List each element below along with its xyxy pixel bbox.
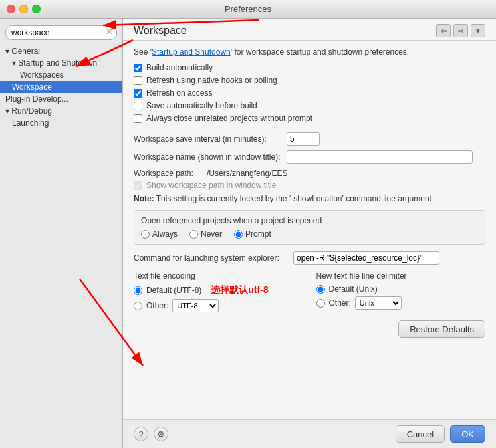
save-before-build-row: Save automatically before build [134,101,485,110]
sidebar: ✕ ▾ General ▾ Startup and Shutdown Works… [0,19,123,448]
page-title: Workspace [134,25,187,37]
sidebar-item-startup[interactable]: ▾ Startup and Shutdown [0,57,122,69]
note-row: Note: This setting is currently locked b… [134,194,485,203]
refresh-hooks-checkbox[interactable] [134,76,142,85]
text-encoding-title: Text file encoding [134,271,303,280]
open-projects-radio-row: Always Never Prompt [141,229,478,239]
newline-other-row: Other: Unix [316,296,486,310]
command-label: Command for launching system explorer: [134,253,293,263]
bottom-icons: ? ⚙ [134,427,168,441]
nav-dropdown-button[interactable]: ▾ [471,24,485,37]
open-never-label: Never [201,229,222,239]
window-title: Preferences [225,4,271,14]
close-button[interactable] [7,5,15,13]
newline-default-label: Default (Unix) [329,284,378,294]
forward-arrow-icon: ⇨ [458,27,464,35]
nav-arrows: ⇦ ⇨ ▾ [436,24,485,37]
back-arrow-icon: ⇦ [441,27,447,35]
save-interval-row: Workspace save interval (in minutes): [134,132,485,146]
newline-other-select[interactable]: Unix [355,296,402,310]
workspace-name-label: Workspace name (shown in window title): [134,152,287,162]
search-input[interactable] [5,25,117,40]
dropdown-icon: ▾ [476,27,480,35]
path-label: Workspace path: [134,169,207,178]
command-input[interactable] [293,251,439,265]
help-button[interactable]: ? [134,427,148,441]
show-path-checkbox[interactable] [134,181,142,190]
help-icon: ? [138,429,143,439]
main-container: ✕ ▾ General ▾ Startup and Shutdown Works… [0,19,496,448]
refresh-access-row: Refresh on access [134,88,485,98]
sidebar-item-workspaces[interactable]: Workspaces [0,69,122,81]
open-always-radio[interactable] [141,230,150,239]
close-unrelated-checkbox[interactable] [134,114,142,123]
workspace-name-row: Workspace name (shown in window title): [134,150,485,164]
workspace-name-input[interactable] [287,150,473,164]
encoding-default-label: Default (UTF-8) [146,286,201,295]
open-projects-section: Open referenced projects when a project … [134,210,485,245]
window-controls [7,5,41,13]
restore-defaults-button[interactable]: Restore Defaults [398,320,485,338]
save-before-build-checkbox[interactable] [134,102,142,110]
save-before-build-label: Save automatically before build [146,101,257,110]
newline-default-radio[interactable] [316,285,325,294]
close-unrelated-row: Always close unrelated projects without … [134,114,485,123]
show-path-label: Show workspace path in window title [146,181,276,190]
sidebar-item-launching[interactable]: Launching [0,117,122,129]
content-panel: Workspace ⇦ ⇨ ▾ See 'Startup and Shutdow… [123,19,496,448]
startup-shutdown-link[interactable]: Startup and Shutdown [152,47,231,56]
open-prompt-label: Prompt [245,229,271,239]
open-projects-title: Open referenced projects when a project … [141,216,478,225]
encoding-other-radio[interactable] [134,302,142,310]
refresh-hooks-label: Refresh using native hooks or polling [146,76,277,85]
restore-row: Restore Defaults [134,320,485,338]
sidebar-item-rundebug[interactable]: ▾ Run/Debug [0,105,122,117]
save-interval-input[interactable] [287,132,320,146]
workspace-path-row: Workspace path: /Users/zhangfeng/EES [134,169,485,178]
encoding-other-row: Other: UTF-8 [134,299,303,312]
search-wrap: ✕ [0,23,122,45]
newline-other-label: Other: [329,298,351,308]
text-encoding-col: Text file encoding Default (UTF-8) 选择默认u… [134,271,303,312]
bottom-bar: ? ⚙ Cancel OK [123,419,496,448]
content-body: See 'Startup and Shutdown' for workspace… [123,41,496,419]
build-auto-checkbox[interactable] [134,64,142,72]
refresh-access-label: Refresh on access [146,88,212,98]
form-section: Workspace save interval (in minutes): Wo… [134,132,485,164]
nav-forward-button[interactable]: ⇨ [453,24,468,37]
path-value: /Users/zhangfeng/EES [207,169,287,178]
open-prompt-option: Prompt [234,229,271,239]
show-path-row: Show workspace path in window title [134,181,485,190]
maximize-button[interactable] [32,5,41,13]
build-auto-label: Build automatically [146,63,213,72]
encoding-other-select[interactable]: UTF-8 [172,299,219,312]
sidebar-item-plugin[interactable]: Plug-in Develop... [0,93,122,105]
note-text: This setting is currently locked by the … [154,194,432,203]
encoding-default-radio[interactable] [134,286,142,295]
encoding-section: Text file encoding Default (UTF-8) 选择默认u… [134,271,485,312]
newline-title: New text file line delimiter [316,271,486,280]
minimize-button[interactable] [19,5,28,13]
command-row: Command for launching system explorer: [134,251,485,265]
open-always-label: Always [152,229,178,239]
save-interval-label: Workspace save interval (in minutes): [134,134,287,144]
settings-icon: ⚙ [157,429,165,439]
encoding-other-label: Other: [146,301,168,310]
open-never-option: Never [189,229,222,239]
ok-button[interactable]: OK [450,425,485,443]
open-prompt-radio[interactable] [234,230,243,239]
newline-other-radio[interactable] [316,299,325,308]
sidebar-item-general[interactable]: ▾ General [0,45,122,57]
cancel-button[interactable]: Cancel [396,425,445,443]
close-unrelated-label: Always close unrelated projects without … [146,114,312,123]
search-clear-icon[interactable]: ✕ [106,27,113,37]
content-header: Workspace ⇦ ⇨ ▾ [123,19,496,41]
refresh-access-checkbox[interactable] [134,89,142,98]
open-never-radio[interactable] [189,230,198,239]
refresh-hooks-row: Refresh using native hooks or polling [134,76,485,85]
settings-button[interactable]: ⚙ [154,427,168,441]
open-always-option: Always [141,229,178,239]
note-bold: Note: [134,194,154,203]
nav-back-button[interactable]: ⇦ [436,24,451,37]
sidebar-item-workspace[interactable]: Workspace [0,81,122,93]
